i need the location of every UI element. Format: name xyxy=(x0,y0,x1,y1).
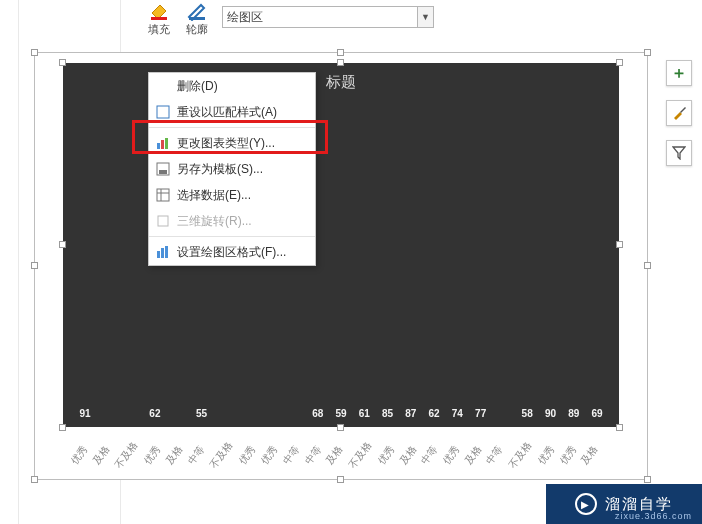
resize-handle[interactable] xyxy=(31,262,38,269)
svg-rect-1 xyxy=(189,17,205,20)
bar-value-label: 68 xyxy=(312,408,323,419)
bar-value-label: 62 xyxy=(149,408,160,419)
bar-value-label: 59 xyxy=(335,408,346,419)
resize-handle[interactable] xyxy=(644,262,651,269)
play-icon: ▶ xyxy=(575,493,597,515)
plot-area[interactable]: 标题 916255685961858762747758908969 xyxy=(63,63,619,427)
svg-rect-7 xyxy=(159,170,167,174)
bar-value-label: 55 xyxy=(196,408,207,419)
menu-change-chart-type[interactable]: 更改图表类型(Y)... xyxy=(149,130,315,156)
resize-handle[interactable] xyxy=(644,49,651,56)
bar-value-label: 85 xyxy=(382,408,393,419)
svg-rect-9 xyxy=(158,216,168,226)
bar-value-label: 61 xyxy=(359,408,370,419)
svg-rect-8 xyxy=(157,189,169,201)
outline-button[interactable]: 轮廓 xyxy=(178,0,216,37)
blank-icon xyxy=(155,78,171,94)
resize-handle[interactable] xyxy=(337,476,344,483)
reset-style-icon xyxy=(155,104,171,120)
resize-handle[interactable] xyxy=(31,49,38,56)
resize-handle[interactable] xyxy=(616,59,623,66)
fill-label: 填充 xyxy=(148,22,170,37)
menu-3d-rotate: 三维旋转(R)... xyxy=(149,208,315,234)
rotate-3d-icon xyxy=(155,213,171,229)
chart-filters-button[interactable] xyxy=(666,140,692,166)
chart-styles-button[interactable] xyxy=(666,100,692,126)
menu-reset-style[interactable]: 重设以匹配样式(A) xyxy=(149,99,315,125)
resize-handle[interactable] xyxy=(59,424,66,431)
resize-handle[interactable] xyxy=(337,49,344,56)
resize-handle[interactable] xyxy=(337,59,344,66)
menu-save-template[interactable]: 另存为模板(S)... xyxy=(149,156,315,182)
chart-title[interactable]: 标题 xyxy=(63,73,619,92)
svg-rect-0 xyxy=(151,17,167,20)
resize-handle[interactable] xyxy=(616,424,623,431)
bar-value-label: 69 xyxy=(591,408,602,419)
bar-value-label: 58 xyxy=(522,408,533,419)
bar-value-label: 87 xyxy=(405,408,416,419)
menu-select-data[interactable]: 选择数据(E)... xyxy=(149,182,315,208)
chart-element-dropdown[interactable]: ▼ xyxy=(418,6,434,28)
resize-handle[interactable] xyxy=(31,476,38,483)
chart-side-tools: ＋ xyxy=(666,60,692,166)
fill-button[interactable]: 填充 xyxy=(140,0,178,37)
chart-object[interactable]: 标题 916255685961858762747758908969 优秀及格不及… xyxy=(34,52,648,480)
resize-handle[interactable] xyxy=(59,59,66,66)
chart-type-icon xyxy=(155,135,171,151)
resize-handle[interactable] xyxy=(59,241,66,248)
svg-rect-12 xyxy=(165,246,168,258)
add-chart-element-button[interactable]: ＋ xyxy=(666,60,692,86)
bar-value-label: 91 xyxy=(80,408,91,419)
select-data-icon xyxy=(155,187,171,203)
chart-element-selector[interactable]: 绘图区 xyxy=(222,6,418,28)
svg-rect-4 xyxy=(161,140,164,149)
resize-handle[interactable] xyxy=(616,241,623,248)
watermark: ▶ 溜溜自学 zixue.3d66.com xyxy=(546,484,702,524)
pen-outline-icon xyxy=(184,2,210,22)
save-template-icon xyxy=(155,161,171,177)
funnel-icon xyxy=(672,146,686,160)
context-menu: 删除(D) 重设以匹配样式(A) 更改图表类型(Y)... 另存为模板(S)..… xyxy=(148,72,316,266)
outline-label: 轮廓 xyxy=(186,22,208,37)
bar-value-label: 74 xyxy=(452,408,463,419)
brush-icon xyxy=(671,105,687,121)
bar-value-label: 62 xyxy=(429,408,440,419)
menu-delete[interactable]: 删除(D) xyxy=(149,73,315,99)
bar-value-label: 77 xyxy=(475,408,486,419)
resize-handle[interactable] xyxy=(644,476,651,483)
ribbon-chart-tools: 填充 轮廓 绘图区 ▼ xyxy=(140,0,620,52)
watermark-site: zixue.3d66.com xyxy=(615,511,692,521)
bar-value-label: 89 xyxy=(568,408,579,419)
svg-rect-11 xyxy=(161,248,164,258)
menu-format-plot-area[interactable]: 设置绘图区格式(F)... xyxy=(149,239,315,265)
svg-rect-5 xyxy=(165,138,168,149)
svg-rect-3 xyxy=(157,143,160,149)
format-plot-icon xyxy=(155,244,171,260)
x-axis: 优秀及格不及格优秀及格中等不及格优秀优秀中等中等及格不及格优秀及格中等优秀及格中… xyxy=(75,429,607,475)
bar-value-label: 90 xyxy=(545,408,556,419)
paint-bucket-icon xyxy=(146,2,172,22)
svg-rect-10 xyxy=(157,251,160,258)
svg-rect-2 xyxy=(157,106,169,118)
